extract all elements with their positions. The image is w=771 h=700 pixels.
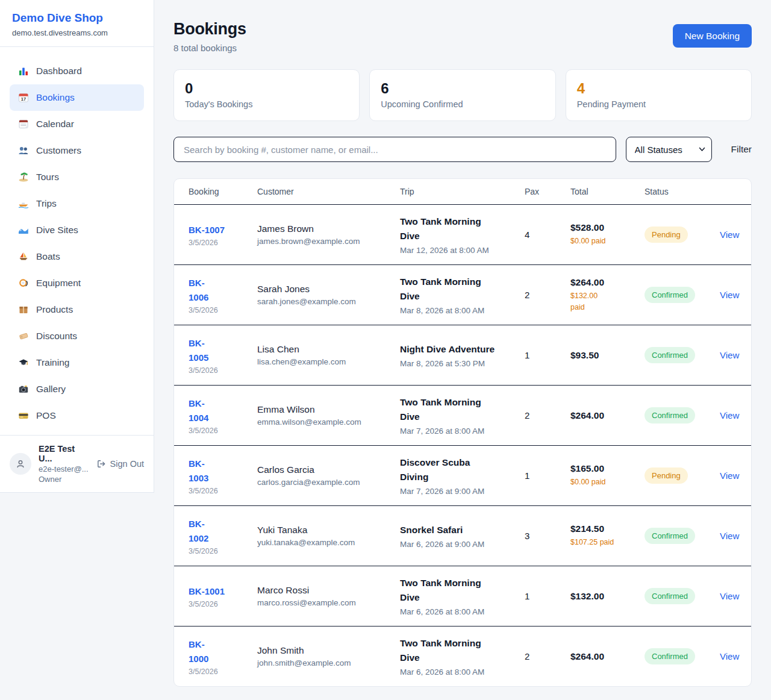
customer-email: emma.wilson@example.com <box>257 417 386 427</box>
trip-datetime: Mar 7, 2026 at 8:00 AM <box>400 427 510 436</box>
total-amount: $165.00 <box>570 463 630 474</box>
booking-id-link[interactable]: BK- 1003 <box>189 457 208 486</box>
users-icon <box>18 145 29 156</box>
table-row: BK- 10003/5/2026 John Smithjohn.smith@ex… <box>174 626 751 686</box>
table-row: BK- 10033/5/2026 Carlos Garciacarlos.gar… <box>174 445 751 505</box>
trip-name: Snorkel Safari <box>400 523 510 537</box>
stat-value: 0 <box>185 80 348 97</box>
sidebar-item-label: POS <box>36 410 56 421</box>
calendar-date-icon: 17 <box>18 92 29 103</box>
stat-value: 6 <box>381 80 544 97</box>
paid-amount: $107.25 paid <box>570 537 630 548</box>
sidebar-item-bookings[interactable]: 17 Bookings <box>10 84 144 111</box>
table-row: BK-10073/5/2026 James Brownjames.brown@e… <box>174 204 751 264</box>
view-link[interactable]: View <box>720 350 739 360</box>
sidebar-item-label: Customers <box>36 145 81 156</box>
table-header-row: Booking Customer Trip Pax Total Status <box>174 179 751 204</box>
paid-amount: $0.00 paid <box>570 236 630 247</box>
sidebar-item-label: Dive Sites <box>36 225 78 236</box>
sign-out-button[interactable]: Sign Out <box>96 459 144 469</box>
wave-icon <box>18 225 29 236</box>
sidebar-item-gallery[interactable]: Gallery <box>10 376 144 402</box>
new-booking-button[interactable]: New Booking <box>673 24 752 48</box>
customer-name: James Brown <box>257 223 386 234</box>
customer-name: John Smith <box>257 645 386 656</box>
user-role: Owner <box>39 475 89 484</box>
trip-name: Two Tank Morning Dive <box>400 214 510 243</box>
col-header-pax: Pax <box>517 187 563 196</box>
booking-id-link[interactable]: BK- 1002 <box>189 517 208 546</box>
customer-name: Lisa Chen <box>257 344 386 355</box>
stat-value: 4 <box>577 80 740 97</box>
total-amount: $93.50 <box>570 350 630 361</box>
package-icon <box>18 304 29 315</box>
booking-date: 3/5/2026 <box>189 547 243 555</box>
search-input[interactable] <box>173 137 616 162</box>
view-link[interactable]: View <box>720 591 739 601</box>
status-filter-select[interactable]: All Statuses <box>626 137 712 162</box>
total-amount: $132.00 <box>570 591 630 602</box>
sidebar-item-training[interactable]: Training <box>10 349 144 376</box>
booking-id-link[interactable]: BK-1001 <box>189 584 225 599</box>
sidebar-item-label: Trips <box>36 198 57 209</box>
status-badge: Confirmed <box>645 347 695 363</box>
view-link[interactable]: View <box>720 290 739 300</box>
stat-label: Pending Payment <box>577 99 740 109</box>
booking-id-link[interactable]: BK- 1000 <box>189 637 208 666</box>
customer-email: carlos.garcia@example.com <box>257 478 386 487</box>
sidebar-item-trips[interactable]: Trips <box>10 190 144 217</box>
col-header-status: Status <box>637 187 713 196</box>
sidebar-item-label: Bookings <box>36 92 75 103</box>
paid-amount: $132.00 paid <box>570 290 630 313</box>
col-header-total: Total <box>563 187 637 196</box>
customer-name: Emma Wilson <box>257 404 386 415</box>
status-badge: Pending <box>645 227 688 243</box>
paid-amount: $0.00 paid <box>570 477 630 488</box>
customer-name: Marco Rossi <box>257 585 386 596</box>
total-amount: $264.00 <box>570 277 630 288</box>
booking-date: 3/5/2026 <box>189 600 243 608</box>
sidebar-item-pos[interactable]: POS <box>10 402 144 429</box>
view-link[interactable]: View <box>720 651 739 661</box>
page-header: Bookings 8 total bookings New Booking <box>173 20 752 53</box>
island-icon <box>18 172 29 183</box>
booking-date: 3/5/2026 <box>189 487 243 495</box>
stat-label: Today's Bookings <box>185 99 348 109</box>
tag-icon <box>18 331 29 342</box>
filter-button[interactable]: Filter <box>731 144 752 155</box>
sidebar-item-discounts[interactable]: Discounts <box>10 323 144 349</box>
booking-date: 3/5/2026 <box>189 366 243 375</box>
sidebar-item-dashboard[interactable]: Dashboard <box>10 58 144 84</box>
sidebar-item-products[interactable]: Products <box>10 296 144 323</box>
person-icon <box>15 458 26 469</box>
customer-email: yuki.tanaka@example.com <box>257 538 386 547</box>
trip-datetime: Mar 8, 2026 at 5:30 PM <box>400 359 510 368</box>
sidebar-item-equipment[interactable]: Equipment <box>10 270 144 296</box>
sidebar-item-boats[interactable]: Boats <box>10 243 144 270</box>
booking-id-link[interactable]: BK- 1005 <box>189 336 208 365</box>
avatar <box>10 453 31 475</box>
stats-cards: 0 Today's Bookings 6 Upcoming Confirmed … <box>173 69 752 121</box>
table-row: BK- 10023/5/2026 Yuki Tanakayuki.tanaka@… <box>174 505 751 566</box>
total-amount: $264.00 <box>570 410 630 421</box>
booking-id-link[interactable]: BK- 1006 <box>189 276 208 305</box>
trip-name: Two Tank Morning Dive <box>400 636 510 665</box>
sidebar-item-tours[interactable]: Tours <box>10 164 144 190</box>
shop-name: Demo Dive Shop <box>12 11 142 25</box>
view-link[interactable]: View <box>720 470 739 481</box>
total-amount: $264.00 <box>570 651 630 662</box>
view-link[interactable]: View <box>720 410 739 420</box>
sidebar-item-label: Tours <box>36 172 59 183</box>
sidebar-item-calendar[interactable]: Calendar <box>10 111 144 137</box>
sidebar-item-dive-sites[interactable]: Dive Sites <box>10 217 144 243</box>
sidebar-item-customers[interactable]: Customers <box>10 137 144 164</box>
view-link[interactable]: View <box>720 531 739 541</box>
tear-calendar-icon <box>18 119 29 130</box>
status-badge: Confirmed <box>645 528 695 544</box>
customer-email: james.brown@example.com <box>257 237 386 246</box>
view-link[interactable]: View <box>720 230 739 240</box>
booking-id-link[interactable]: BK- 1004 <box>189 396 208 425</box>
table-row: BK-10013/5/2026 Marco Rossimarco.rossi@e… <box>174 566 751 626</box>
booking-id-link[interactable]: BK-1007 <box>189 223 225 237</box>
sidebar: Demo Dive Shop demo.test.divestreams.com… <box>0 0 154 493</box>
